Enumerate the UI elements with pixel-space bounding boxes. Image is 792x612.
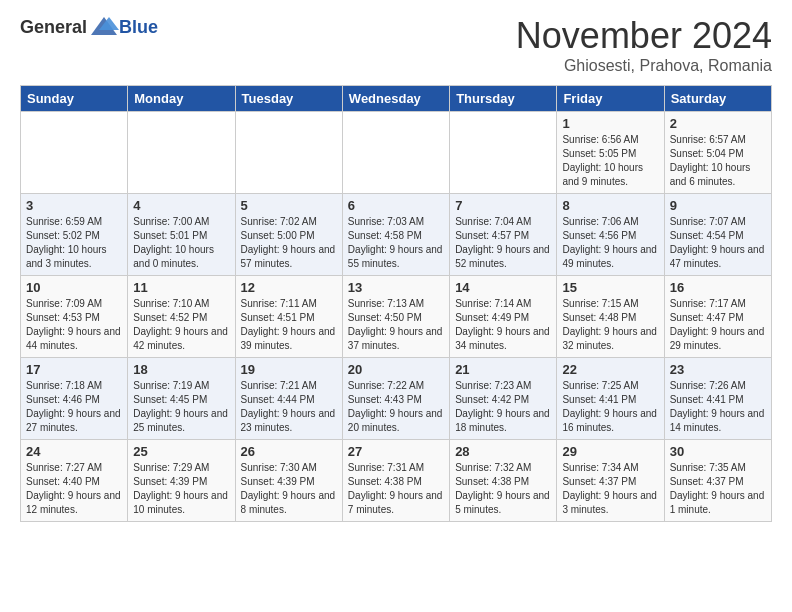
day-number: 5 <box>241 198 337 213</box>
calendar-cell: 5Sunrise: 7:02 AM Sunset: 5:00 PM Daylig… <box>235 194 342 276</box>
day-info: Sunrise: 6:57 AM Sunset: 5:04 PM Dayligh… <box>670 133 766 189</box>
day-info: Sunrise: 7:32 AM Sunset: 4:38 PM Dayligh… <box>455 461 551 517</box>
day-number: 4 <box>133 198 229 213</box>
day-info: Sunrise: 7:17 AM Sunset: 4:47 PM Dayligh… <box>670 297 766 353</box>
calendar-cell: 20Sunrise: 7:22 AM Sunset: 4:43 PM Dayli… <box>342 358 449 440</box>
col-saturday: Saturday <box>664 86 771 112</box>
calendar-cell: 17Sunrise: 7:18 AM Sunset: 4:46 PM Dayli… <box>21 358 128 440</box>
page-container: General Blue November 2024 Ghiosesti, Pr… <box>0 0 792 537</box>
page-header: General Blue November 2024 Ghiosesti, Pr… <box>20 15 772 75</box>
calendar-cell <box>342 112 449 194</box>
day-number: 20 <box>348 362 444 377</box>
day-info: Sunrise: 7:29 AM Sunset: 4:39 PM Dayligh… <box>133 461 229 517</box>
month-title: November 2024 <box>516 15 772 57</box>
day-number: 27 <box>348 444 444 459</box>
location-subtitle: Ghiosesti, Prahova, Romania <box>516 57 772 75</box>
calendar-cell: 25Sunrise: 7:29 AM Sunset: 4:39 PM Dayli… <box>128 440 235 522</box>
calendar-cell: 4Sunrise: 7:00 AM Sunset: 5:01 PM Daylig… <box>128 194 235 276</box>
day-info: Sunrise: 7:13 AM Sunset: 4:50 PM Dayligh… <box>348 297 444 353</box>
day-number: 8 <box>562 198 658 213</box>
col-sunday: Sunday <box>21 86 128 112</box>
calendar-cell: 11Sunrise: 7:10 AM Sunset: 4:52 PM Dayli… <box>128 276 235 358</box>
calendar-cell: 10Sunrise: 7:09 AM Sunset: 4:53 PM Dayli… <box>21 276 128 358</box>
day-number: 19 <box>241 362 337 377</box>
day-info: Sunrise: 7:02 AM Sunset: 5:00 PM Dayligh… <box>241 215 337 271</box>
day-number: 13 <box>348 280 444 295</box>
calendar-cell: 27Sunrise: 7:31 AM Sunset: 4:38 PM Dayli… <box>342 440 449 522</box>
day-number: 10 <box>26 280 122 295</box>
calendar-cell: 13Sunrise: 7:13 AM Sunset: 4:50 PM Dayli… <box>342 276 449 358</box>
day-info: Sunrise: 7:00 AM Sunset: 5:01 PM Dayligh… <box>133 215 229 271</box>
calendar-cell: 12Sunrise: 7:11 AM Sunset: 4:51 PM Dayli… <box>235 276 342 358</box>
calendar-week-5: 24Sunrise: 7:27 AM Sunset: 4:40 PM Dayli… <box>21 440 772 522</box>
col-wednesday: Wednesday <box>342 86 449 112</box>
calendar-cell: 8Sunrise: 7:06 AM Sunset: 4:56 PM Daylig… <box>557 194 664 276</box>
calendar-header-row: Sunday Monday Tuesday Wednesday Thursday… <box>21 86 772 112</box>
day-number: 11 <box>133 280 229 295</box>
day-info: Sunrise: 7:34 AM Sunset: 4:37 PM Dayligh… <box>562 461 658 517</box>
day-info: Sunrise: 7:23 AM Sunset: 4:42 PM Dayligh… <box>455 379 551 435</box>
day-number: 28 <box>455 444 551 459</box>
day-info: Sunrise: 7:03 AM Sunset: 4:58 PM Dayligh… <box>348 215 444 271</box>
logo: General Blue <box>20 15 158 40</box>
calendar-cell: 15Sunrise: 7:15 AM Sunset: 4:48 PM Dayli… <box>557 276 664 358</box>
col-tuesday: Tuesday <box>235 86 342 112</box>
calendar-cell <box>128 112 235 194</box>
calendar-cell: 22Sunrise: 7:25 AM Sunset: 4:41 PM Dayli… <box>557 358 664 440</box>
day-number: 25 <box>133 444 229 459</box>
calendar-cell: 7Sunrise: 7:04 AM Sunset: 4:57 PM Daylig… <box>450 194 557 276</box>
calendar-cell: 14Sunrise: 7:14 AM Sunset: 4:49 PM Dayli… <box>450 276 557 358</box>
day-number: 15 <box>562 280 658 295</box>
day-info: Sunrise: 7:25 AM Sunset: 4:41 PM Dayligh… <box>562 379 658 435</box>
day-number: 1 <box>562 116 658 131</box>
calendar-cell <box>450 112 557 194</box>
calendar-cell <box>235 112 342 194</box>
calendar-week-4: 17Sunrise: 7:18 AM Sunset: 4:46 PM Dayli… <box>21 358 772 440</box>
calendar-cell: 16Sunrise: 7:17 AM Sunset: 4:47 PM Dayli… <box>664 276 771 358</box>
day-info: Sunrise: 7:04 AM Sunset: 4:57 PM Dayligh… <box>455 215 551 271</box>
calendar-body: 1Sunrise: 6:56 AM Sunset: 5:05 PM Daylig… <box>21 112 772 522</box>
calendar-week-2: 3Sunrise: 6:59 AM Sunset: 5:02 PM Daylig… <box>21 194 772 276</box>
day-number: 2 <box>670 116 766 131</box>
logo-icon <box>89 15 119 40</box>
day-info: Sunrise: 7:35 AM Sunset: 4:37 PM Dayligh… <box>670 461 766 517</box>
day-number: 9 <box>670 198 766 213</box>
calendar-week-1: 1Sunrise: 6:56 AM Sunset: 5:05 PM Daylig… <box>21 112 772 194</box>
day-info: Sunrise: 7:09 AM Sunset: 4:53 PM Dayligh… <box>26 297 122 353</box>
calendar-cell: 30Sunrise: 7:35 AM Sunset: 4:37 PM Dayli… <box>664 440 771 522</box>
day-info: Sunrise: 7:22 AM Sunset: 4:43 PM Dayligh… <box>348 379 444 435</box>
day-number: 16 <box>670 280 766 295</box>
day-number: 3 <box>26 198 122 213</box>
calendar-cell: 23Sunrise: 7:26 AM Sunset: 4:41 PM Dayli… <box>664 358 771 440</box>
day-info: Sunrise: 7:26 AM Sunset: 4:41 PM Dayligh… <box>670 379 766 435</box>
day-info: Sunrise: 7:07 AM Sunset: 4:54 PM Dayligh… <box>670 215 766 271</box>
day-info: Sunrise: 7:06 AM Sunset: 4:56 PM Dayligh… <box>562 215 658 271</box>
day-info: Sunrise: 7:30 AM Sunset: 4:39 PM Dayligh… <box>241 461 337 517</box>
day-info: Sunrise: 7:15 AM Sunset: 4:48 PM Dayligh… <box>562 297 658 353</box>
calendar-cell: 9Sunrise: 7:07 AM Sunset: 4:54 PM Daylig… <box>664 194 771 276</box>
calendar-cell: 21Sunrise: 7:23 AM Sunset: 4:42 PM Dayli… <box>450 358 557 440</box>
calendar-cell: 28Sunrise: 7:32 AM Sunset: 4:38 PM Dayli… <box>450 440 557 522</box>
day-info: Sunrise: 7:14 AM Sunset: 4:49 PM Dayligh… <box>455 297 551 353</box>
day-number: 29 <box>562 444 658 459</box>
col-thursday: Thursday <box>450 86 557 112</box>
col-friday: Friday <box>557 86 664 112</box>
day-number: 14 <box>455 280 551 295</box>
day-number: 12 <box>241 280 337 295</box>
day-number: 17 <box>26 362 122 377</box>
logo-text: General Blue <box>20 15 158 40</box>
day-number: 18 <box>133 362 229 377</box>
day-number: 21 <box>455 362 551 377</box>
calendar-cell <box>21 112 128 194</box>
day-number: 24 <box>26 444 122 459</box>
day-info: Sunrise: 7:31 AM Sunset: 4:38 PM Dayligh… <box>348 461 444 517</box>
calendar-cell: 3Sunrise: 6:59 AM Sunset: 5:02 PM Daylig… <box>21 194 128 276</box>
calendar-cell: 6Sunrise: 7:03 AM Sunset: 4:58 PM Daylig… <box>342 194 449 276</box>
calendar-cell: 18Sunrise: 7:19 AM Sunset: 4:45 PM Dayli… <box>128 358 235 440</box>
day-number: 30 <box>670 444 766 459</box>
calendar-cell: 24Sunrise: 7:27 AM Sunset: 4:40 PM Dayli… <box>21 440 128 522</box>
calendar-cell: 1Sunrise: 6:56 AM Sunset: 5:05 PM Daylig… <box>557 112 664 194</box>
logo-blue: Blue <box>119 17 158 38</box>
col-monday: Monday <box>128 86 235 112</box>
calendar-cell: 26Sunrise: 7:30 AM Sunset: 4:39 PM Dayli… <box>235 440 342 522</box>
